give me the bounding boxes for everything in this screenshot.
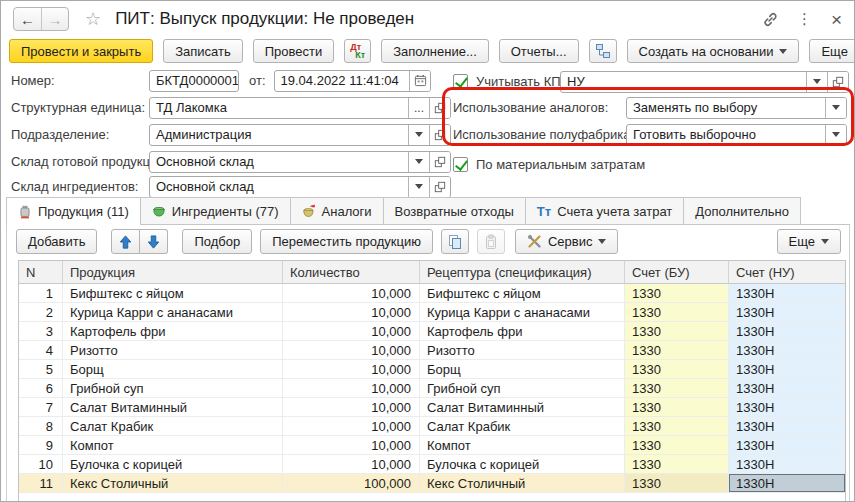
column-header-quantity[interactable]: Количество <box>283 261 420 283</box>
table-cell[interactable]: 10,000 <box>283 379 420 397</box>
table-cell[interactable]: 1330 <box>625 341 729 359</box>
table-cell[interactable]: 8 <box>19 417 63 435</box>
table-cell[interactable]: 10,000 <box>283 341 420 359</box>
table-cell[interactable]: 1330Н <box>729 474 845 492</box>
post-button[interactable]: Провести <box>253 39 335 63</box>
dtkt-button[interactable]: Дт Кт <box>344 39 371 63</box>
table-row[interactable]: 10Булочка с корицей10,000Булочка с кориц… <box>19 455 845 474</box>
column-header-n[interactable]: N <box>19 261 63 283</box>
table-row[interactable]: 5Борщ10,000Борщ13301330Н <box>19 360 845 379</box>
table-cell[interactable]: 2 <box>19 303 63 321</box>
table-cell[interactable]: 10,000 <box>283 303 420 321</box>
table-cell[interactable]: Грибной суп <box>420 379 625 397</box>
table-cell[interactable]: 1330 <box>625 455 729 473</box>
more-button[interactable]: Еще <box>809 39 855 63</box>
pick-button[interactable]: Подбор <box>182 229 252 254</box>
table-cell[interactable]: 1330Н <box>729 303 845 321</box>
table-cell[interactable]: Компот <box>420 436 625 454</box>
add-row-button[interactable]: Добавить <box>16 229 97 254</box>
table-cell[interactable]: 5 <box>19 360 63 378</box>
table-cell[interactable]: 10,000 <box>283 322 420 340</box>
table-cell[interactable]: 1330 <box>625 284 729 302</box>
table-more-button[interactable]: Еще <box>777 229 841 254</box>
table-row[interactable]: 7Салат Витаминный10,000Салат Витаминный1… <box>19 398 845 417</box>
table-cell[interactable]: Борщ <box>63 360 283 378</box>
table-cell[interactable]: Салат Витаминный <box>420 398 625 416</box>
table-cell[interactable]: 7 <box>19 398 63 416</box>
chevron-down-icon[interactable] <box>825 125 846 145</box>
table-cell[interactable]: Салат Витаминный <box>63 398 283 416</box>
table-cell[interactable]: 6 <box>19 379 63 397</box>
table-cell[interactable]: 1 <box>19 284 63 302</box>
table-cell[interactable]: 10,000 <box>283 436 420 454</box>
copy-button[interactable] <box>441 229 469 254</box>
chevron-down-icon[interactable] <box>408 125 429 145</box>
table-cell[interactable]: 1330Н <box>729 341 845 359</box>
open-icon[interactable] <box>429 125 450 145</box>
table-cell[interactable]: Ризотто <box>63 341 283 359</box>
chevron-down-icon[interactable] <box>806 72 827 92</box>
table-row[interactable]: 9Компот10,000Компот13301330Н <box>19 436 845 455</box>
move-products-button[interactable]: Переместить продукцию <box>260 229 433 254</box>
table-cell[interactable]: Булочка с корицей <box>63 455 283 473</box>
back-button[interactable]: ← <box>14 8 41 30</box>
table-row[interactable]: 4Ризотто10,000Ризотто13301330Н <box>19 341 845 360</box>
table-cell[interactable]: 10,000 <box>283 417 420 435</box>
table-cell[interactable]: Бифштекс с яйцом <box>420 284 625 302</box>
warehouse-fg-field[interactable]: Основной склад <box>149 151 451 173</box>
table-cell[interactable]: 1330 <box>625 474 729 492</box>
open-icon[interactable] <box>827 72 848 92</box>
column-header-account-bu[interactable]: Счет (БУ) <box>625 261 729 283</box>
favorite-star-icon[interactable]: ☆ <box>85 10 101 28</box>
table-cell[interactable]: 1330Н <box>729 284 845 302</box>
tab-products[interactable]: Продукция (11) <box>6 197 141 225</box>
table-cell[interactable]: 1330 <box>625 322 729 340</box>
table-cell[interactable]: 100,000 <box>283 474 420 492</box>
table-cell[interactable]: 10,000 <box>283 360 420 378</box>
table-row[interactable]: 6Грибной суп10,000Грибной суп13301330Н <box>19 379 845 398</box>
menu-kebab-icon[interactable]: ⋮ <box>797 10 813 28</box>
table-cell[interactable]: 3 <box>19 322 63 340</box>
close-icon[interactable]: × <box>831 10 842 29</box>
structural-unit-field[interactable]: ТД Лакомка ... <box>149 97 451 119</box>
table-cell[interactable]: Борщ <box>420 360 625 378</box>
column-header-recipe[interactable]: Рецептура (спецификация) <box>420 261 625 283</box>
tab-cost-accounts[interactable]: Тт Счета учета затрат <box>526 197 684 224</box>
table-cell[interactable]: 1330Н <box>729 398 845 416</box>
semifinished-usage-field[interactable]: Готовить выборочно <box>626 124 847 146</box>
table-cell[interactable]: Компот <box>63 436 283 454</box>
table-cell[interactable]: 4 <box>19 341 63 359</box>
table-cell[interactable]: 1330 <box>625 398 729 416</box>
table-cell[interactable]: Салат Крабик <box>420 417 625 435</box>
tab-ingredients[interactable]: Ингредиенты (77) <box>141 197 291 224</box>
table-cell[interactable]: Салат Крабик <box>63 417 283 435</box>
table-row[interactable]: 3Картофель фри10,000Картофель фри1330133… <box>19 322 845 341</box>
reports-button[interactable]: Отчеты... <box>499 39 579 63</box>
warehouse-ing-field[interactable]: Основной склад <box>149 176 451 198</box>
table-cell[interactable]: Грибной суп <box>63 379 283 397</box>
structure-button[interactable] <box>589 39 617 63</box>
link-icon[interactable] <box>762 11 779 28</box>
service-button[interactable]: Сервис <box>515 229 619 254</box>
table-cell[interactable]: 1330Н <box>729 417 845 435</box>
table-cell[interactable]: Кекс Столичный <box>63 474 283 492</box>
table-cell[interactable]: 10,000 <box>283 284 420 302</box>
kpn-field[interactable]: НУ <box>560 71 849 93</box>
chevron-down-icon[interactable] <box>408 177 429 197</box>
paste-button[interactable] <box>477 229 505 254</box>
material-costs-checkbox[interactable] <box>453 157 468 172</box>
table-cell[interactable]: Картофель фри <box>420 322 625 340</box>
move-down-button[interactable] <box>140 229 168 254</box>
open-icon[interactable] <box>429 98 450 118</box>
table-cell[interactable]: 1330 <box>625 303 729 321</box>
table-cell[interactable]: 1330Н <box>729 436 845 454</box>
table-cell[interactable]: 1330Н <box>729 455 845 473</box>
table-cell[interactable]: Кекс Столичный <box>420 474 625 492</box>
department-field[interactable]: Администрация <box>149 124 451 146</box>
tab-analogs[interactable]: Аналоги <box>291 197 384 224</box>
table-cell[interactable]: 1330Н <box>729 360 845 378</box>
table-row[interactable]: 2Курица Карри с ананасами10,000Курица Ка… <box>19 303 845 322</box>
table-cell[interactable]: 1330 <box>625 417 729 435</box>
chevron-down-icon[interactable] <box>408 152 429 172</box>
tab-return-waste[interactable]: Возвратные отходы <box>384 197 526 224</box>
